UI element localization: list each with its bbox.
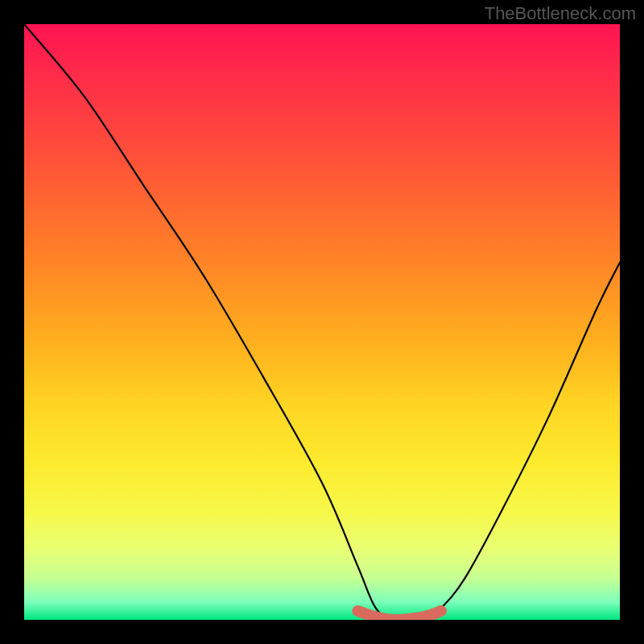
chart-svg	[24, 24, 620, 620]
chart-highlight-segment	[357, 611, 441, 620]
chart-curve-line	[24, 24, 620, 620]
chart-plot-area	[24, 24, 620, 620]
watermark-text: TheBottleneck.com	[485, 3, 636, 24]
